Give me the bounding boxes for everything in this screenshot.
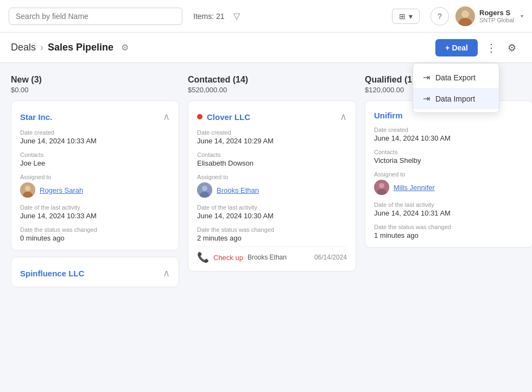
unifirm-status-changed-value: 1 minutes ago [374,231,524,239]
search-input[interactable] [9,8,182,25]
unifirm-last-activity-value: June 14, 2024 10:31 AM [374,209,524,217]
card-star-inc: Star Inc. ∧ Date created June 14, 2024 1… [11,100,179,250]
column-contacted-title: Contacted (14) [188,75,356,85]
user-info: Rogers S SNTP Global [479,9,514,23]
svg-point-4 [25,186,30,191]
date-created-value: June 14, 2024 10:33 AM [20,137,170,145]
pipeline-settings-icon[interactable]: ⚙ [121,42,129,53]
column-contacted-amount: $520,000.00 [188,86,356,94]
column-new-header: New (3) $0.00 [11,72,179,100]
unifirm-contacts-value: Victoria Shelby [374,156,524,165]
topbar: Items: 21 ▽ ⊞ ▾ ? Rogers S SNTP Global ▾ [0,0,532,33]
card-spinfluence-collapse-icon[interactable]: ∧ [163,267,170,279]
card-spinfluence-title[interactable]: Spinfluence LLC [20,269,84,278]
subheader: Deals › Sales Pipeline ⚙ + Deal ⋮ ⚙ [0,33,532,63]
unifirm-date-created-value: June 14, 2024 10:30 AM [374,134,524,142]
last-activity-value: June 14, 2024 10:33 AM [20,212,170,220]
last-activity-label: Date of the last activity [20,204,170,211]
user-org: SNTP Global [479,17,514,23]
avatar-rogers-sarah [20,182,35,198]
clover-status-changed-value: 2 minutes ago [197,234,347,242]
view-toggle[interactable]: ⊞ ▾ [392,9,420,24]
dropdown-menu: ⇥ Data Export ⇥ Data Import [413,63,499,113]
data-import-item[interactable]: ⇥ Data Import [413,88,499,109]
avatar-mills-jennifer [374,180,389,195]
card-clover-llc: Clover LLC ∧ Date created June 14, 2024 … [188,100,356,271]
clover-contacts-value: Elisabeth Dowson [197,159,347,167]
user-chevron-icon: ▾ [521,13,523,19]
card-collapse-icon[interactable]: ∧ [163,111,170,123]
unifirm-assigned-row: Mills Jennifer [374,180,524,195]
card-clover-title[interactable]: Clover LLC [207,112,250,122]
column-contacted: Contacted (14) $520,000.00 Clover LLC ∧ … [188,72,356,383]
contacts-value: Joe Lee [20,159,170,167]
items-count: Items: 21 [193,12,225,21]
column-new: New (3) $0.00 Star Inc. ∧ Date created J… [11,72,179,383]
card-unifirm: Unifirm Date created June 14, 2024 10:30… [365,100,532,248]
card-clover-collapse-icon[interactable]: ∧ [340,111,347,123]
activity-date: 06/14/2024 [314,254,347,261]
clover-assigned-row: Brooks Ethan [197,182,347,198]
avatar [455,7,475,26]
import-icon: ⇥ [423,93,430,104]
data-export-label: Data Export [435,73,476,82]
breadcrumb-deals[interactable]: Deals [11,42,36,53]
red-dot-icon [197,114,202,119]
date-created-label: Date created [20,129,170,136]
assigned-row: Rogers Sarah [20,182,170,198]
clover-date-created-label: Date created [197,129,347,136]
breadcrumb-separator: › [40,42,43,53]
filter-icon[interactable]: ▽ [233,11,240,21]
column-new-title: New (3) [11,75,179,85]
more-options-button[interactable]: ⋮ [482,39,501,57]
assigned-name-clover[interactable]: Brooks Ethan [217,186,259,194]
card-unifirm-title[interactable]: Unifirm [374,111,403,120]
clover-assigned-label: Assigned to [197,174,347,180]
data-import-label: Data Import [435,94,475,103]
svg-point-1 [461,10,469,18]
view-toggle-chevron: ▾ [409,12,413,21]
column-qualified: Qualified (1) $120,000.00 Unifirm Date c… [365,72,532,383]
unifirm-assigned-label: Assigned to [374,171,524,178]
contacts-label: Contacts [20,151,170,158]
assigned-name-star-inc[interactable]: Rogers Sarah [40,186,83,194]
breadcrumb-pipeline[interactable]: Sales Pipeline [48,42,113,53]
card-clover-title-row: Clover LLC ∧ [197,111,347,123]
activity-person: Brooks Ethan [248,254,287,261]
unifirm-contacts-label: Contacts [374,149,524,155]
svg-point-10 [379,183,384,188]
card-spinfluence-title-row: Spinfluence LLC ∧ [20,267,170,279]
avatar-brooks-ethan [197,182,212,198]
column-new-amount: $0.00 [11,86,179,94]
assigned-label: Assigned to [20,174,170,180]
data-export-item[interactable]: ⇥ Data Export [413,67,499,88]
view-toggle-icon: ⊞ [399,12,406,21]
help-button[interactable]: ? [430,7,449,26]
card-spinfluence: Spinfluence LLC ∧ [11,257,179,287]
help-icon: ? [438,12,442,21]
clover-status-changed-label: Date the status was changed [197,226,347,233]
unifirm-last-activity-label: Date of the last activity [374,201,524,208]
activity-row: 📞 Check up Brooks Ethan 06/14/2024 [197,246,347,263]
config-button[interactable]: ⚙ [503,39,521,57]
breadcrumb: Deals › Sales Pipeline ⚙ [11,42,435,53]
status-changed-value: 0 minutes ago [20,234,170,242]
activity-phone-icon: 📞 [197,251,209,263]
add-deal-button[interactable]: + Deal [435,39,478,56]
column-contacted-header: Contacted (14) $520,000.00 [188,72,356,100]
card-star-inc-title[interactable]: Star Inc. [20,112,52,122]
clover-last-activity-value: June 14, 2024 10:30 AM [197,212,347,220]
status-changed-label: Date the status was changed [20,226,170,233]
unifirm-date-created-label: Date created [374,127,524,133]
topbar-right: ? Rogers S SNTP Global ▾ [430,7,523,26]
activity-name[interactable]: Check up [213,254,243,262]
card-title-row: Star Inc. ∧ [20,111,170,123]
export-icon: ⇥ [423,72,430,83]
assigned-name-unifirm[interactable]: Mills Jennifer [394,184,435,192]
svg-point-7 [202,186,207,191]
user-area[interactable]: Rogers S SNTP Global ▾ [455,7,523,26]
unifirm-status-changed-label: Date the status was changed [374,224,524,230]
clover-date-created-value: June 14, 2024 10:29 AM [197,137,347,145]
clover-last-activity-label: Date of the last activity [197,204,347,211]
user-name: Rogers S [479,9,514,17]
